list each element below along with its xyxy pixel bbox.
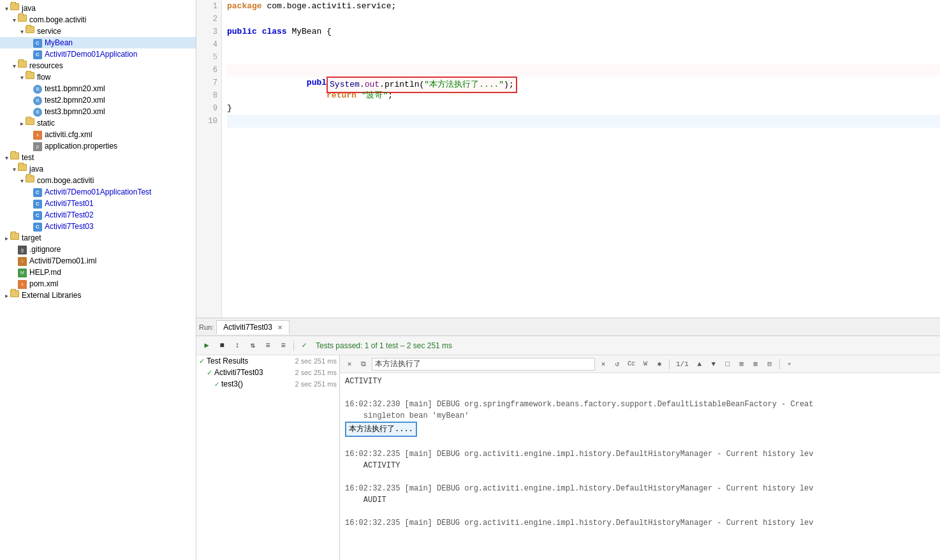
tree-item-test03[interactable]: C Activiti7Test03 [0,221,196,232]
tree-item-com-boge[interactable]: com.boge.activiti [0,14,196,26]
tree-item-flow[interactable]: flow [0,71,196,83]
code-lines[interactable]: package com.boge.activiti.service; publi… [222,0,940,318]
code-line-7: return "波哥"; [227,77,940,89]
console-output[interactable]: ACTIVITY 16:02:32.230 [main] DEBUG org.s… [340,373,940,560]
console-close-search[interactable]: ✕ [598,358,609,370]
tree-item-com-boge2[interactable]: com.boge.activiti [0,175,196,186]
filter-btn[interactable]: ▿ [784,358,795,370]
console-line-highlight: 本方法执行了.... [345,422,935,437]
line-num-9: 9 [196,102,217,115]
tree-item-target[interactable]: target [0,232,196,244]
code-line-3: public class MyBean { [227,26,940,38]
line-num-1: 1 [196,0,217,13]
console-line-audit: AUDIT [345,494,935,506]
w-btn[interactable]: W [640,358,651,370]
sort-btn2[interactable]: ⇅ [246,339,259,352]
bottom-panel: Run: Activiti7Test03 ✕ ▶ ■ ↕ ⇅ ≡ ≡ ✓ Tes… [196,318,940,560]
folder-icon-test [10,152,20,163]
tree-item-iml[interactable]: i Activiti7Demo01.iml [0,255,196,267]
console-line-activity1: ACTIVITY [345,376,935,387]
tree-item-test3[interactable]: B test3.bpmn20.xml [0,106,196,117]
tree-item-test02[interactable]: C Activiti7Test02 [0,209,196,221]
test-result-item-results[interactable]: ✓ Test Results 2 sec 251 ms [196,355,339,367]
folder-icon-com-boge2 [26,175,36,186]
pass-icon-results: ✓ [199,357,205,365]
tree-item-mybean[interactable]: C MyBean [0,37,196,48]
prev-match-btn[interactable]: ▲ [694,358,705,370]
test-pass-label: Tests passed: 1 of 1 test – 2 sec 251 ms [316,341,452,350]
tree-item-test1[interactable]: B test1.bpmn20.xml [0,83,196,94]
tree-item-help[interactable]: M HELP.md [0,267,196,278]
tree-item-pom[interactable]: x pom.xml [0,278,196,290]
console-toolbar: ✕ ⧉ 本方法执行了 ✕ ↺ Cc W ✱ 1/1 ▲ ▼ □ ⊞ [340,355,940,373]
asterisk-btn[interactable]: ✱ [654,358,665,370]
line-num-2: 2 [196,13,217,26]
label-test03: Activiti7Test03 [45,222,94,231]
arrow-test-folder [3,154,10,161]
class-icon-mybean: C [33,38,43,48]
tree-item-test2[interactable]: B test2.bpmn20.xml [0,94,196,106]
console-nav: 1/1 [676,360,689,368]
folder-icon-target [10,233,20,243]
tree-item-java[interactable]: java [0,3,196,14]
tree-item-ext-lib[interactable]: External Libraries [0,290,196,301]
code-editor: 1 2 3 4 5 6 7 8 9 10 package com.boge.ac… [196,0,940,318]
console-replace-btn[interactable]: ↺ [612,358,623,370]
next-match-btn[interactable]: ▼ [708,358,719,370]
tree-item-test01[interactable]: C Activiti7Test01 [0,198,196,209]
cc-btn[interactable]: Cc [626,358,637,370]
tc-btn3[interactable]: ⊟ [764,358,775,370]
test-result-item-test3[interactable]: ✓ test3() 2 sec 251 ms [196,378,339,390]
tree-item-static[interactable]: static [0,117,196,129]
tree-item-service[interactable]: service [0,26,196,37]
tree-item-java2[interactable]: java [0,163,196,175]
tree-item-resources[interactable]: resources [0,60,196,71]
label-test-folder: test [22,153,34,162]
bottom-toolbar: ▶ ■ ↕ ⇅ ≡ ≡ ✓ Tests passed: 1 of 1 test … [196,336,940,355]
bpmn-icon-test3: B [33,107,43,117]
tab-close-icon[interactable]: ✕ [277,324,283,331]
code-line-9: } [227,102,940,115]
console-clear-btn[interactable]: ✕ [344,358,355,370]
bottom-tab-test03[interactable]: Activiti7Test03 ✕ [216,320,290,334]
line-num-4: 4 [196,38,217,51]
main-area: java com.boge.activiti service C MyBean [0,0,940,560]
xml-icon-cfg: x [33,129,43,140]
tree-item-test-folder[interactable]: test [0,152,196,163]
sort-btn1[interactable]: ↕ [231,339,244,352]
console-copy-btn[interactable]: ⧉ [358,358,369,370]
highlight-btn[interactable]: □ [722,358,733,370]
code-line-4 [227,38,940,51]
test-result-item-activiti7[interactable]: ✓ Activiti7Test03 2 sec 251 ms [196,367,339,378]
arrow-target [3,235,10,242]
tc-btn[interactable]: ⊞ [736,358,747,370]
console-line-debug4: 16:02:32.235 [main] DEBUG org.activiti.e… [345,483,935,494]
tree-item-app[interactable]: C Activiti7Demo01Application [0,48,196,60]
code-line-6: System.out.println("本方法执行了...."); [227,64,940,77]
test-panel: ✓ Test Results 2 sec 251 ms ✓ Activiti7T… [196,355,340,560]
tree-item-app-test[interactable]: C Activiti7Demo01ApplicationTest [0,186,196,198]
arrow-java2 [10,166,18,173]
tree-item-gitignore[interactable]: g .gitignore [0,244,196,255]
folder-icon-java2 [18,164,28,174]
console-line-activity2: ACTIVITY [345,460,935,471]
tree-item-activiti-cfg[interactable]: x activiti.cfg.xml [0,129,196,140]
test-result-label-results: Test Results [207,357,248,365]
folder-icon-com-boge [18,15,28,25]
console-line-debug1: 16:02:32.230 [main] DEBUG org.springfram… [345,399,935,410]
label-ext-lib: External Libraries [22,291,81,300]
folder-icon-flow [26,72,36,82]
label-app-test: Activiti7Demo01ApplicationTest [45,188,151,196]
tc-btn2[interactable]: ⊠ [750,358,761,370]
code-line-8: □ } [227,89,940,102]
sort-btn3[interactable]: ≡ [261,339,274,352]
rerun-button[interactable]: ▶ [200,339,213,352]
stop-button[interactable]: ■ [216,339,228,352]
sort-btn4[interactable]: ≡ [277,339,290,352]
class-icon-app: C [33,49,43,59]
tree-item-app-props[interactable]: p application.properties [0,140,196,152]
label-com-boge: com.boge.activiti [29,15,86,24]
label-mybean: MyBean [45,38,73,47]
console-search-input[interactable]: 本方法执行了 [372,358,595,371]
line-num-10: 10 [196,115,217,128]
